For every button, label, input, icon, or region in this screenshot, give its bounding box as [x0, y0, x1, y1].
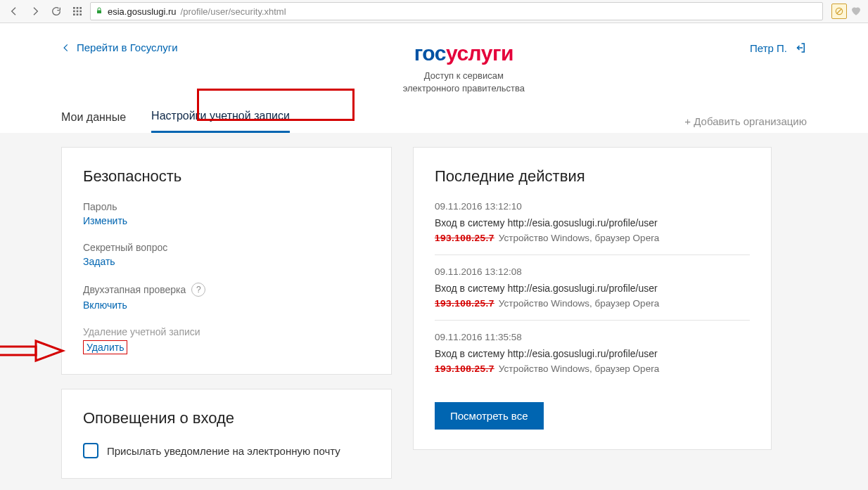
action-desc: Вход в систему http://esia.gosuslugi.ru/… — [435, 217, 750, 228]
enable-twofa-link[interactable]: Включить — [83, 299, 370, 311]
secret-question-item: Секретный вопрос Задать — [83, 242, 370, 267]
add-organization-link[interactable]: + Добавить организацию — [684, 115, 807, 127]
svg-rect-1 — [77, 7, 79, 9]
security-card: Безопасность Пароль Изменить Секретный в… — [61, 147, 392, 375]
toolbar-right — [831, 4, 862, 19]
action-item: 09.11.2016 11:35:58 Вход в систему http:… — [435, 332, 750, 385]
svg-rect-3 — [73, 11, 75, 13]
action-ip: 193.108.25.7 — [435, 233, 494, 243]
content: Безопасность Пароль Изменить Секретный в… — [61, 147, 807, 479]
back-to-gosuslugi-link[interactable]: Перейти в Госуслуги — [61, 41, 178, 53]
action-meta: 193.108.25.7Устройство Windows, браузер … — [435, 233, 750, 243]
login-notifications-card: Оповещения о входе Присылать уведомление… — [61, 389, 392, 479]
recent-actions-card: Последние действия 09.11.2016 13:12:10 В… — [413, 147, 772, 450]
action-ip: 193.108.25.7 — [435, 298, 494, 309]
annotation-highlight-delete: Удалить — [83, 340, 127, 354]
svg-marker-14 — [36, 341, 63, 361]
right-column: Последние действия 09.11.2016 13:12:10 В… — [413, 147, 772, 479]
left-column: Безопасность Пароль Изменить Секретный в… — [61, 147, 392, 479]
block-icon[interactable] — [831, 4, 847, 19]
action-ip: 193.108.25.7 — [435, 363, 494, 374]
svg-rect-2 — [79, 7, 82, 9]
svg-rect-6 — [73, 13, 75, 15]
email-notify-row: Присылать уведомление на электронную поч… — [83, 443, 370, 458]
favorite-icon[interactable] — [850, 4, 862, 19]
browser-toolbar: esia.gosuslugi.ru/profile/user/security.… — [0, 0, 868, 23]
action-desc: Вход в систему http://esia.gosuslugi.ru/… — [435, 283, 750, 294]
action-item: 09.11.2016 13:12:10 Вход в систему http:… — [435, 201, 750, 255]
help-icon[interactable]: ? — [191, 283, 205, 297]
brand: госуслуги Доступ к сервисам электронного… — [403, 41, 525, 94]
security-title: Безопасность — [83, 167, 370, 186]
url-bar[interactable]: esia.gosuslugi.ru/profile/user/security.… — [90, 2, 823, 20]
delete-account-link[interactable]: Удалить — [87, 342, 124, 353]
nav-reload-button[interactable] — [48, 3, 65, 20]
svg-rect-9 — [97, 10, 101, 13]
tab-settings[interactable]: Настройки учетной записи — [151, 110, 290, 133]
svg-rect-8 — [79, 13, 82, 15]
back-link-label: Перейти в Госуслуги — [77, 41, 178, 53]
password-item: Пароль Изменить — [83, 201, 370, 226]
action-time: 09.11.2016 13:12:10 — [435, 201, 750, 212]
nav-forward-button[interactable] — [27, 3, 44, 20]
action-time: 09.11.2016 11:35:58 — [435, 332, 750, 342]
url-host: esia.gosuslugi.ru — [108, 6, 177, 17]
lock-icon — [95, 6, 103, 17]
email-notify-checkbox[interactable] — [83, 443, 98, 458]
svg-line-11 — [837, 9, 842, 14]
brand-subtitle: Доступ к сервисам электронного правитель… — [403, 70, 525, 94]
nav-back-button[interactable] — [6, 3, 23, 20]
tab-my-data[interactable]: Мои данные — [61, 111, 126, 132]
delete-account-item: Удаление учетной записи Удалить — [83, 326, 370, 354]
action-meta: 193.108.25.7Устройство Windows, браузер … — [435, 298, 750, 309]
secret-question-label: Секретный вопрос — [83, 242, 370, 253]
twofa-label: Двухэтапная проверка? — [83, 283, 370, 297]
set-secret-question-link[interactable]: Задать — [83, 256, 370, 267]
url-path: /profile/user/security.xhtml — [181, 6, 286, 17]
svg-rect-5 — [79, 11, 82, 13]
recent-actions-title: Последние действия — [435, 167, 750, 186]
svg-rect-4 — [77, 11, 79, 13]
svg-rect-0 — [73, 7, 75, 9]
password-label: Пароль — [83, 201, 370, 212]
action-desc: Вход в систему http://esia.gosuslugi.ru/… — [435, 348, 750, 359]
login-notifications-title: Оповещения о входе — [83, 409, 370, 427]
user-menu[interactable]: Петр П. — [750, 41, 807, 54]
annotation-arrow — [0, 338, 70, 366]
action-meta: 193.108.25.7Устройство Windows, браузер … — [435, 363, 750, 374]
user-name: Петр П. — [750, 42, 787, 54]
chevron-left-icon — [61, 43, 71, 53]
svg-rect-7 — [77, 13, 79, 15]
brand-logo: госуслуги — [403, 41, 525, 65]
twofa-item: Двухэтапная проверка? Включить — [83, 283, 370, 311]
logout-icon — [794, 41, 807, 54]
email-notify-label: Присылать уведомление на электронную поч… — [107, 445, 340, 457]
view-all-actions-button[interactable]: Посмотреть все — [435, 402, 544, 430]
svg-rect-13 — [0, 347, 36, 355]
tabs: Мои данные Настройки учетной записи + До… — [61, 94, 807, 133]
apps-icon[interactable] — [69, 3, 86, 20]
delete-account-label: Удаление учетной записи — [83, 326, 370, 337]
page-header: Перейти в Госуслуги госуслуги Доступ к с… — [0, 23, 868, 133]
change-password-link[interactable]: Изменить — [83, 215, 370, 226]
action-time: 09.11.2016 13:12:08 — [435, 266, 750, 277]
action-item: 09.11.2016 13:12:08 Вход в систему http:… — [435, 266, 750, 321]
